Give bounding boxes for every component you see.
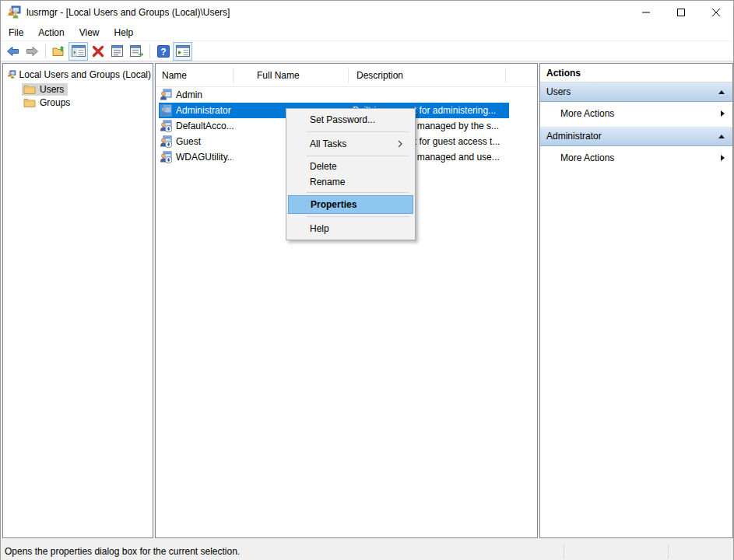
forward-button[interactable] — [23, 43, 41, 60]
tree-item-users-label: Users — [40, 84, 64, 95]
help-icon: ? — [157, 45, 170, 58]
menu-separator — [307, 216, 409, 217]
menu-view[interactable]: View — [72, 26, 107, 40]
user-row-admin[interactable]: Admin — [159, 87, 509, 103]
column-header-description[interactable]: Description — [349, 68, 506, 83]
menu-action[interactable]: Action — [31, 26, 71, 40]
tree-root-local-users-and-groups[interactable]: Local Users and Groups (Local) — [3, 64, 153, 82]
close-icon — [711, 8, 721, 17]
export-list-button[interactable] — [128, 43, 146, 60]
user-name: Administrator — [176, 105, 231, 116]
submenu-arrow-icon — [721, 110, 725, 117]
actions-panel: Actions Users More Actions Administrator… — [539, 63, 733, 538]
toolbar: ? — [1, 41, 733, 61]
window-title: lusrmgr - [Local Users and Groups (Local… — [26, 7, 230, 18]
forward-icon — [26, 45, 39, 58]
properties-icon — [111, 45, 124, 57]
menu-item-all-tasks[interactable]: All Tasks — [286, 135, 415, 153]
close-button[interactable] — [698, 1, 733, 24]
menu-item-set-password[interactable]: Set Password... — [286, 110, 415, 129]
toolbar-separator — [45, 44, 46, 58]
tree-item-users[interactable]: Users — [22, 83, 68, 96]
column-header-name[interactable]: Name — [156, 68, 234, 83]
maximize-icon — [676, 8, 686, 17]
user-name: Guest — [176, 136, 201, 147]
collapse-icon — [718, 90, 725, 94]
actions-section-users[interactable]: Users — [540, 82, 732, 102]
more-actions-label: More Actions — [560, 152, 614, 163]
collapse-icon — [718, 135, 725, 138]
lusrmgr-window: lusrmgr - [Local Users and Groups (Local… — [0, 0, 734, 560]
tree-item-groups-label: Groups — [40, 97, 70, 108]
show-action-pane-icon — [176, 45, 190, 57]
properties-button[interactable] — [108, 43, 126, 60]
console-tree-panel: Local Users and Groups (Local) Users Gro… — [2, 63, 153, 538]
more-actions-users[interactable]: More Actions — [540, 102, 732, 124]
maximize-button[interactable] — [663, 1, 698, 24]
tree-item-groups[interactable]: Groups — [22, 96, 74, 109]
submenu-arrow-icon — [721, 155, 725, 161]
back-button[interactable] — [4, 43, 22, 60]
export-list-icon — [130, 45, 144, 57]
menu-item-all-tasks-label: All Tasks — [310, 138, 346, 149]
user-name: Admin — [176, 89, 202, 100]
show-console-tree-icon — [72, 45, 86, 57]
user-name: WDAGUtility... — [176, 152, 234, 163]
more-actions-label: More Actions — [560, 108, 614, 119]
title-bar: lusrmgr - [Local Users and Groups (Local… — [1, 1, 733, 24]
user-icon — [160, 89, 172, 101]
menu-separator — [307, 192, 409, 193]
list-header: Name Full Name Description — [156, 64, 537, 87]
menu-item-delete[interactable]: Delete — [286, 159, 415, 174]
show-action-pane-button[interactable] — [174, 43, 191, 60]
actions-section-users-label: Users — [546, 86, 571, 97]
app-icon — [7, 5, 21, 19]
delete-icon — [92, 45, 104, 58]
status-text: Opens the properties dialog box for the … — [1, 546, 240, 557]
user-name: DefaultAcco... — [176, 121, 234, 131]
toolbar-separator — [149, 44, 150, 58]
delete-button[interactable] — [89, 43, 107, 60]
more-actions-administrator[interactable]: More Actions — [540, 146, 732, 169]
menu-item-properties[interactable]: Properties — [288, 195, 413, 214]
menu-item-help[interactable]: Help — [286, 219, 415, 238]
actions-section-administrator-label: Administrator — [546, 131, 602, 142]
status-bar: Opens the properties dialog box for the … — [1, 541, 733, 560]
user-disabled-icon — [160, 135, 172, 148]
svg-text:?: ? — [160, 46, 166, 57]
minimize-icon — [641, 8, 651, 17]
menu-separator — [307, 156, 409, 156]
column-header-full-name[interactable]: Full Name — [234, 68, 349, 83]
help-button[interactable]: ? — [154, 43, 172, 60]
menu-help[interactable]: Help — [107, 26, 141, 40]
actions-section-administrator[interactable]: Administrator — [540, 127, 732, 146]
minimize-button[interactable] — [628, 1, 663, 24]
statusbar-separator — [668, 544, 669, 558]
submenu-arrow-icon — [398, 140, 402, 148]
menu-separator — [307, 131, 409, 132]
menu-bar: File Action View Help — [1, 24, 733, 41]
user-disabled-icon — [160, 151, 172, 163]
folder-icon — [23, 84, 36, 95]
folder-icon — [23, 97, 36, 108]
context-menu: Set Password... All Tasks Delete Rename … — [286, 108, 416, 240]
menu-item-rename[interactable]: Rename — [286, 174, 415, 190]
show-console-tree-button[interactable] — [69, 43, 87, 60]
user-disabled-icon — [160, 120, 172, 132]
user-icon-selected — [160, 104, 172, 117]
actions-pane-title: Actions — [540, 64, 732, 82]
menu-file[interactable]: File — [2, 26, 30, 40]
statusbar-separator — [564, 544, 564, 558]
up-one-level-icon — [52, 45, 65, 58]
tree-root-label: Local Users and Groups (Local) — [19, 69, 151, 80]
back-icon — [6, 45, 19, 58]
up-level-button[interactable] — [50, 43, 68, 60]
computer-users-icon — [7, 68, 16, 81]
